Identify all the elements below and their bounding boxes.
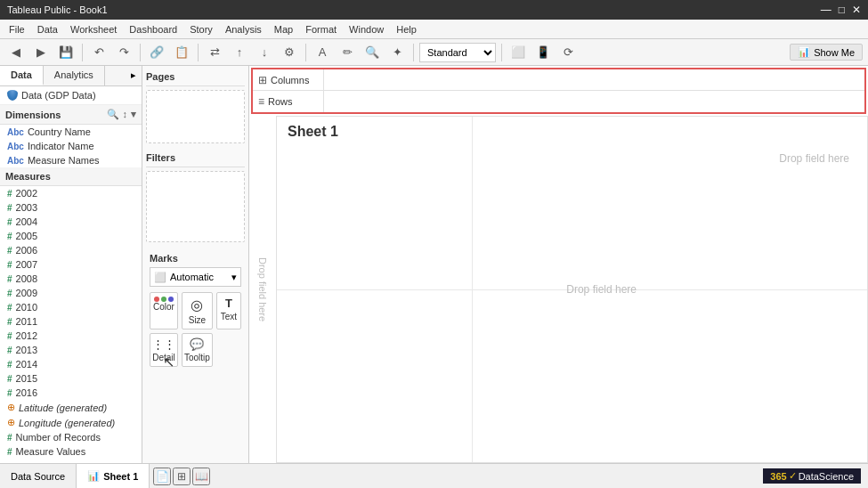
field-2010[interactable]: #2010 xyxy=(0,300,142,314)
menu-worksheet[interactable]: Worksheet xyxy=(65,22,122,37)
mark-type-select[interactable]: ⬜ Automatic ▾ xyxy=(150,267,241,287)
field-latitude[interactable]: ⊕ Latitude (generated) xyxy=(0,400,142,415)
marks-size-button[interactable]: ◎ Size xyxy=(182,292,213,329)
toolbar: ◀ ▶ 💾 ↶ ↷ 🔗 📋 ⇄ ↑ ↓ ⚙ A ✏ 🔍 ✦ Standard F… xyxy=(0,39,868,66)
field-2004[interactable]: #2004 xyxy=(0,215,142,229)
field-2009[interactable]: #2009 xyxy=(0,286,142,300)
menu-data[interactable]: Data xyxy=(32,22,63,37)
tab-analytics[interactable]: Analytics xyxy=(44,66,105,85)
toolbar-group[interactable]: ⚙ xyxy=(279,42,300,63)
menu-file[interactable]: File xyxy=(4,22,30,37)
menu-dashboard[interactable]: Dashboard xyxy=(124,22,183,37)
pages-drop-area[interactable] xyxy=(146,90,245,143)
toolbar-back[interactable]: ◀ xyxy=(5,42,27,63)
toolbar-paste[interactable]: 📋 xyxy=(171,42,192,63)
standard-select[interactable]: Standard Fit Width Fit Height Entire Vie… xyxy=(419,43,496,62)
field-2002[interactable]: #2002 xyxy=(0,186,142,200)
show-me-button[interactable]: 📊 Show Me xyxy=(790,44,863,61)
canvas-left-drop[interactable]: Drop field here xyxy=(249,116,276,463)
toolbar-share[interactable]: ⟳ xyxy=(557,42,579,63)
field-2008[interactable]: #2008 xyxy=(0,272,142,286)
filters-drop-area[interactable] xyxy=(146,171,245,242)
canvas-main[interactable]: Sheet 1 Drop field here Drop field here xyxy=(276,116,868,463)
hash-icon-2008: # xyxy=(7,274,12,284)
data-source-label[interactable]: Data (GDP Data) xyxy=(0,86,142,105)
tab-new-story[interactable]: 📖 xyxy=(192,468,210,485)
field-indicator-name[interactable]: Abc Indicator Name xyxy=(0,139,142,153)
bottom-bar: Data Source 📊 Sheet 1 📄 ⊞ 📖 365 ✓ DataSc… xyxy=(0,463,868,488)
tab-new-dashboard[interactable]: ⊞ xyxy=(173,468,191,485)
hash-icon-2016: # xyxy=(7,388,12,398)
menu-window[interactable]: Window xyxy=(344,22,389,37)
field-measure-values[interactable]: # Measure Values xyxy=(0,444,142,459)
field-number-of-records[interactable]: # Number of Records xyxy=(0,430,142,444)
detail-icon: ⋮⋮ xyxy=(152,338,175,351)
menu-help[interactable]: Help xyxy=(391,22,422,37)
toolbar-tooltip[interactable]: 🔍 xyxy=(361,42,383,63)
toolbar-publish[interactable]: ⬜ xyxy=(507,42,529,63)
toolbar-undo[interactable]: ↶ xyxy=(88,42,110,63)
field-2007[interactable]: #2007 xyxy=(0,257,142,272)
toolbar-save[interactable]: 💾 xyxy=(55,42,77,63)
field-2003[interactable]: #2003 xyxy=(0,200,142,215)
toolbar-swap[interactable]: ⇄ xyxy=(204,42,225,63)
drop-zone-center[interactable]: Drop field here xyxy=(566,283,637,296)
toolbar-label[interactable]: A xyxy=(312,42,333,63)
rows-content[interactable] xyxy=(324,91,864,112)
field-2011[interactable]: #2011 xyxy=(0,314,142,329)
columns-content[interactable] xyxy=(324,69,864,90)
search-icon[interactable]: 🔍 xyxy=(107,109,119,120)
toolbar-forward[interactable]: ▶ xyxy=(30,42,52,63)
sheet-1-tab[interactable]: 📊 Sheet 1 xyxy=(77,464,150,488)
field-2006[interactable]: #2006 xyxy=(0,243,142,257)
menu-analysis[interactable]: Analysis xyxy=(220,22,267,37)
toolbar-device[interactable]: 📱 xyxy=(532,42,554,63)
field-2016[interactable]: #2016 xyxy=(0,386,142,400)
canvas-area: Drop field here Sheet 1 Drop field here … xyxy=(249,116,868,463)
left-drop-text: Drop field here xyxy=(257,257,268,321)
close-button[interactable]: ✕ xyxy=(852,4,861,16)
hash-icon-2010: # xyxy=(7,303,12,313)
field-measure-names[interactable]: Abc Measure Names xyxy=(0,153,142,167)
toolbar-sort-desc[interactable]: ↓ xyxy=(254,42,275,63)
toolbar-sort-asc[interactable]: ↑ xyxy=(229,42,250,63)
rows-shelf[interactable]: ≡ Rows xyxy=(253,91,864,112)
tooltip-icon: 💬 xyxy=(190,338,204,351)
columns-label: ⊞ Columns xyxy=(253,69,324,90)
field-2012[interactable]: #2012 xyxy=(0,329,142,343)
drop-zone-top[interactable]: Drop field here xyxy=(779,152,849,165)
maximize-button[interactable]: □ xyxy=(839,4,845,16)
hash-icon-2002: # xyxy=(7,189,12,199)
data-source-name: Data (GDP Data) xyxy=(21,90,96,101)
tab-action-icons: 📄 ⊞ 📖 xyxy=(153,468,210,485)
toolbar-highlight[interactable]: ✏ xyxy=(337,42,358,63)
marks-color-button[interactable]: Color xyxy=(150,292,178,329)
data-source-tab[interactable]: Data Source xyxy=(0,464,77,488)
marks-tooltip-button[interactable]: 💬 Tooltip xyxy=(182,333,213,367)
middle-panel: Pages Filters Marks ⬜ Automatic ▾ xyxy=(142,66,249,463)
panel-tabs: Data Analytics ▸ xyxy=(0,66,142,86)
toolbar-new-datasource[interactable]: 🔗 xyxy=(146,42,167,63)
field-2005[interactable]: #2005 xyxy=(0,229,142,243)
toolbar-redo[interactable]: ↷ xyxy=(113,42,134,63)
field-longitude[interactable]: ⊕ Longitude (generated) xyxy=(0,415,142,430)
marks-detail-button[interactable]: ⋮⋮ Detail xyxy=(150,333,178,367)
marks-text-button[interactable]: T Text xyxy=(216,292,241,329)
minimize-button[interactable]: — xyxy=(821,4,831,16)
sort-icon[interactable]: ↕ xyxy=(123,109,128,120)
menu-story[interactable]: Story xyxy=(184,22,218,37)
menu-map[interactable]: Map xyxy=(269,22,298,37)
globe-icon-lat: ⊕ xyxy=(7,402,15,413)
menu-format[interactable]: Format xyxy=(300,22,342,37)
columns-shelf[interactable]: ⊞ Columns xyxy=(253,69,864,91)
more-icon[interactable]: ▾ xyxy=(131,109,136,120)
field-2014[interactable]: #2014 xyxy=(0,357,142,371)
toolbar-fix[interactable]: ✦ xyxy=(386,42,408,63)
tab-data[interactable]: Data xyxy=(0,66,44,85)
field-country-name[interactable]: Abc Country Name xyxy=(0,125,142,139)
field-2015[interactable]: #2015 xyxy=(0,371,142,386)
tab-new-sheet[interactable]: 📄 xyxy=(153,468,171,485)
automatic-type-icon: ⬜ xyxy=(154,272,166,283)
panel-arrow[interactable]: ▸ xyxy=(126,66,142,85)
field-2013[interactable]: #2013 xyxy=(0,343,142,357)
